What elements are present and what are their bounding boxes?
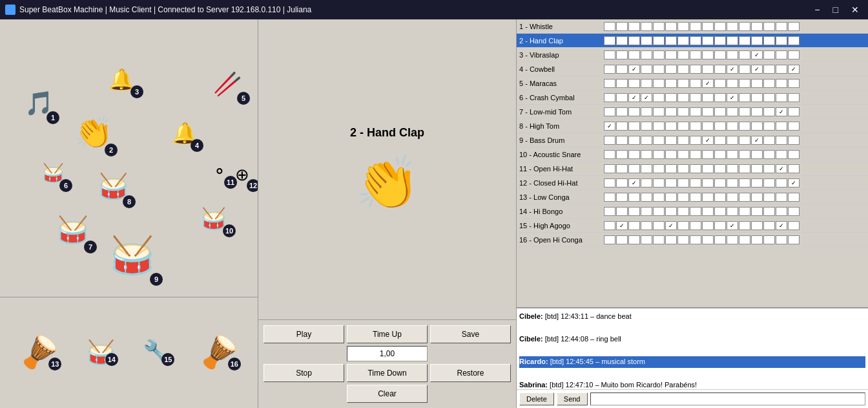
seq-check-8-9[interactable] bbox=[702, 122, 714, 131]
seq-check-16-2[interactable] bbox=[616, 235, 628, 244]
seq-check-6-8[interactable] bbox=[690, 93, 701, 102]
seq-check-4-8[interactable] bbox=[690, 65, 701, 74]
seq-check-1-3[interactable] bbox=[628, 22, 640, 31]
seq-check-7-8[interactable] bbox=[690, 107, 701, 116]
seq-check-11-5[interactable] bbox=[653, 164, 665, 173]
seq-check-8-16[interactable] bbox=[788, 122, 800, 131]
seq-row-12[interactable]: 12 - Closed Hi-Hat bbox=[517, 176, 868, 190]
seq-check-7-4[interactable] bbox=[641, 107, 652, 116]
seq-check-8-2[interactable] bbox=[616, 122, 628, 131]
seq-check-1-15[interactable] bbox=[776, 22, 787, 31]
seq-check-13-1[interactable] bbox=[604, 193, 615, 202]
seq-check-10-15[interactable] bbox=[776, 150, 787, 159]
time-down-button[interactable]: Time Down bbox=[347, 364, 428, 382]
seq-check-4-7[interactable] bbox=[677, 65, 689, 74]
seq-check-2-9[interactable] bbox=[702, 36, 714, 45]
seq-row-11[interactable]: 11 - Open Hi-Hat bbox=[517, 162, 868, 176]
seq-check-12-1[interactable] bbox=[604, 178, 615, 188]
seq-row-7[interactable]: 7 - Low-mid Tom bbox=[517, 105, 868, 119]
seq-check-16-10[interactable] bbox=[714, 235, 726, 244]
seq-check-16-1[interactable] bbox=[604, 235, 615, 244]
seq-check-4-13[interactable] bbox=[751, 65, 763, 74]
seq-check-1-11[interactable] bbox=[727, 22, 738, 31]
seq-check-1-7[interactable] bbox=[677, 22, 689, 31]
seq-check-15-3[interactable] bbox=[628, 221, 640, 230]
seq-check-14-14[interactable] bbox=[763, 207, 775, 216]
seq-check-2-3[interactable] bbox=[628, 36, 640, 45]
seq-check-13-3[interactable] bbox=[628, 193, 640, 202]
seq-check-5-6[interactable] bbox=[665, 79, 677, 88]
instrument-bass-drum[interactable]: 🥁 9 bbox=[103, 226, 161, 285]
seq-check-6-10[interactable] bbox=[714, 93, 726, 102]
seq-check-11-13[interactable] bbox=[751, 164, 763, 173]
seq-check-2-8[interactable] bbox=[690, 36, 701, 45]
seq-check-9-13[interactable] bbox=[751, 136, 763, 145]
seq-check-1-5[interactable] bbox=[653, 22, 665, 31]
seq-check-12-11[interactable] bbox=[727, 178, 738, 188]
seq-check-10-5[interactable] bbox=[653, 150, 665, 159]
seq-check-2-16[interactable] bbox=[788, 36, 800, 45]
time-up-button[interactable]: Time Up bbox=[347, 325, 428, 343]
instrument-high-tom[interactable]: 🥁 8 bbox=[92, 165, 134, 207]
seq-check-15-14[interactable] bbox=[763, 221, 775, 230]
seq-check-12-2[interactable] bbox=[616, 178, 628, 188]
seq-check-14-9[interactable] bbox=[702, 207, 714, 216]
seq-row-14[interactable]: 14 - Hi Bongo bbox=[517, 204, 868, 219]
seq-check-16-14[interactable] bbox=[763, 235, 775, 244]
seq-check-16-11[interactable] bbox=[727, 235, 738, 244]
seq-check-3-16[interactable] bbox=[788, 50, 800, 59]
seq-check-1-8[interactable] bbox=[690, 22, 701, 31]
seq-check-2-13[interactable] bbox=[751, 36, 763, 45]
seq-check-16-12[interactable] bbox=[739, 235, 750, 244]
seq-check-11-6[interactable] bbox=[665, 164, 677, 173]
seq-row-6[interactable]: 6 - Crash Cymbal bbox=[517, 91, 868, 105]
seq-row-5[interactable]: 5 - Maracas bbox=[517, 76, 868, 91]
seq-check-7-5[interactable] bbox=[653, 107, 665, 116]
seq-check-4-11[interactable] bbox=[727, 65, 738, 74]
restore-button[interactable]: Restore bbox=[430, 364, 511, 382]
seq-row-2[interactable]: 2 - Hand Clap bbox=[517, 34, 868, 48]
seq-check-11-15[interactable] bbox=[776, 164, 787, 173]
send-button[interactable]: Send bbox=[557, 392, 588, 405]
instrument-handclap[interactable]: 👏 2 bbox=[71, 110, 116, 155]
seq-check-6-7[interactable] bbox=[677, 93, 689, 102]
seq-check-10-14[interactable] bbox=[763, 150, 775, 159]
seq-check-5-16[interactable] bbox=[788, 79, 800, 88]
seq-check-9-1[interactable] bbox=[604, 136, 615, 145]
seq-check-15-13[interactable] bbox=[751, 221, 763, 230]
seq-check-15-8[interactable] bbox=[690, 221, 701, 230]
seq-check-6-16[interactable] bbox=[788, 93, 800, 102]
seq-check-8-12[interactable] bbox=[739, 122, 750, 131]
seq-check-13-14[interactable] bbox=[763, 193, 775, 202]
seq-check-8-1[interactable] bbox=[604, 122, 615, 131]
seq-check-6-5[interactable] bbox=[653, 93, 665, 102]
seq-check-10-6[interactable] bbox=[665, 150, 677, 159]
seq-check-9-10[interactable] bbox=[714, 136, 726, 145]
seq-check-13-10[interactable] bbox=[714, 193, 726, 202]
seq-check-3-7[interactable] bbox=[677, 50, 689, 59]
seq-check-1-14[interactable] bbox=[763, 22, 775, 31]
seq-check-15-1[interactable] bbox=[604, 221, 615, 230]
seq-check-3-10[interactable] bbox=[714, 50, 726, 59]
seq-check-7-13[interactable] bbox=[751, 107, 763, 116]
seq-check-13-15[interactable] bbox=[776, 193, 787, 202]
seq-check-12-10[interactable] bbox=[714, 178, 726, 188]
seq-check-9-2[interactable] bbox=[616, 136, 628, 145]
seq-check-5-13[interactable] bbox=[751, 79, 763, 88]
seq-check-3-4[interactable] bbox=[641, 50, 652, 59]
seq-check-12-7[interactable] bbox=[677, 178, 689, 188]
seq-check-9-12[interactable] bbox=[739, 136, 750, 145]
seq-check-15-7[interactable] bbox=[677, 221, 689, 230]
seq-check-4-6[interactable] bbox=[665, 65, 677, 74]
seq-check-6-2[interactable] bbox=[616, 93, 628, 102]
seq-check-2-15[interactable] bbox=[776, 36, 787, 45]
seq-check-1-1[interactable] bbox=[604, 22, 615, 31]
seq-check-15-16[interactable] bbox=[788, 221, 800, 230]
seq-check-9-16[interactable] bbox=[788, 136, 800, 145]
instrument-low-conga[interactable]: 🪘 13 bbox=[20, 334, 59, 370]
seq-check-14-3[interactable] bbox=[628, 207, 640, 216]
seq-check-8-13[interactable] bbox=[751, 122, 763, 131]
seq-check-4-3[interactable] bbox=[628, 65, 640, 74]
seq-check-3-3[interactable] bbox=[628, 50, 640, 59]
seq-check-8-14[interactable] bbox=[763, 122, 775, 131]
